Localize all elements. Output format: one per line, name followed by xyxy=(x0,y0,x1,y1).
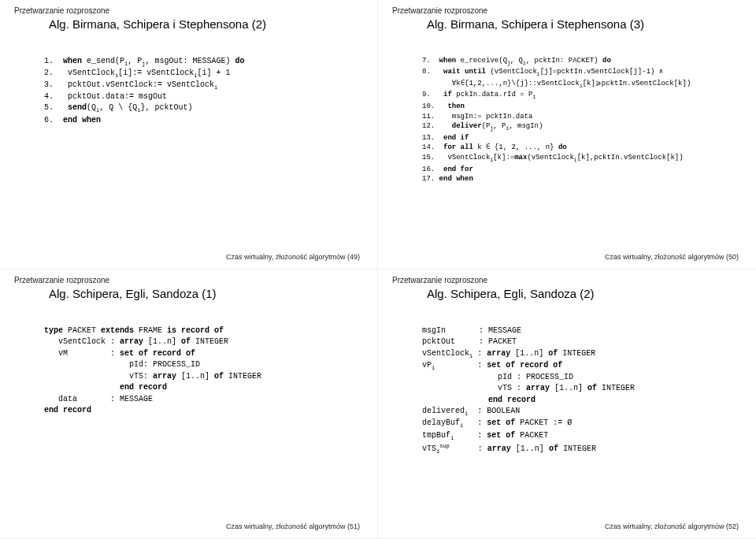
slide-2: Przetwarzanie rozproszone Alg. Birmana, … xyxy=(378,0,756,270)
slide-footer: Czas wirtualny, złożoność algorytmów (52… xyxy=(605,522,739,530)
slide-category: Przetwarzanie rozproszone xyxy=(14,6,363,15)
slide-code: type PACKET extends FRAME is record of v… xyxy=(44,325,363,417)
slide-footer: Czas wirtualny, złożoność algorytmów (50… xyxy=(605,253,739,261)
slide-footer: Czas wirtualny, złożoność algorytmów (51… xyxy=(226,522,360,530)
slide-title: Alg. Birmana, Schipera i Stephensona (3) xyxy=(427,17,742,32)
slide-3: Przetwarzanie rozproszone Alg. Schipera,… xyxy=(0,270,378,539)
slide-code: msgIn : MESSAGE pcktOut : PACKET vSentCl… xyxy=(422,325,742,456)
slide-footer: Czas wirtualny, złożoność algorytmów (49… xyxy=(226,253,360,261)
slide-category: Przetwarzanie rozproszone xyxy=(392,276,742,284)
slide-category: Przetwarzanie rozproszone xyxy=(392,6,742,15)
slide-category: Przetwarzanie rozproszone xyxy=(14,276,363,284)
slide-title: Alg. Schipera, Egli, Sandoza (1) xyxy=(49,286,363,302)
slide-code: 1. when e_send(Pi, Pj, msgOut: MESSAGE) … xyxy=(44,56,363,127)
slide-1: Przetwarzanie rozproszone Alg. Birmana, … xyxy=(0,0,378,270)
slide-title: Alg. Birmana, Schipera i Stephensona (2) xyxy=(49,17,363,32)
slide-grid: Przetwarzanie rozproszone Alg. Birmana, … xyxy=(0,0,756,539)
slide-code: 7. when e_receive(Qj, Qi, pcktIn: PACKET… xyxy=(422,56,742,184)
slide-4: Przetwarzanie rozproszone Alg. Schipera,… xyxy=(378,270,756,539)
slide-title: Alg. Schipera, Egli, Sandoza (2) xyxy=(427,286,742,302)
